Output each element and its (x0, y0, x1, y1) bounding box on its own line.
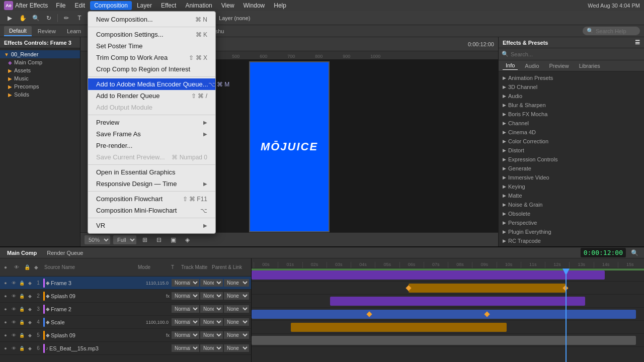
dd-sep-3 (88, 164, 215, 165)
dd-sep-2 (88, 115, 215, 115)
dd-vr[interactable]: VR ▶ (88, 220, 215, 231)
dd-crop-comp[interactable]: Crop Comp to Region of Interest (88, 63, 215, 75)
dd-comp-settings[interactable]: Composition Settings... ⌘ K (88, 29, 215, 40)
dd-sep-4 (88, 191, 215, 192)
dd-comp-flowchart[interactable]: Composition Flowchart ⇧ ⌘ F11 (88, 193, 215, 205)
dd-new-composition[interactable]: New Composition... ⌘ N (88, 14, 215, 25)
dd-pre-render[interactable]: Pre-render... (88, 140, 215, 151)
dd-trim-comp[interactable]: Trim Comp to Work Area ⇧ ⌘ X (88, 52, 215, 63)
dd-add-render-queue[interactable]: Add to Render Queue ⇧ ⌘ / (88, 90, 215, 102)
dd-preview[interactable]: Preview ▶ (88, 117, 215, 128)
dd-add-output-module: Add Output Module (88, 102, 215, 113)
dd-add-media-encoder[interactable]: Add to Adobe Media Encoder Queue... ⌥ ⌘ … (88, 78, 215, 90)
dd-sep-0 (88, 27, 215, 27)
dd-open-essential-graphics[interactable]: Open in Essential Graphics (88, 166, 215, 178)
dd-responsive-design[interactable]: Responsive Design — Time ▶ (88, 178, 215, 190)
composition-dropdown-menu: New Composition... ⌘ N Composition Setti… (88, 11, 216, 234)
dd-sep-5 (88, 218, 215, 218)
dd-save-current-preview: Save Current Preview... ⌘ Numpad 0 (88, 151, 215, 163)
dropdown-overlay[interactable]: New Composition... ⌘ N Composition Setti… (0, 0, 644, 362)
dd-sep-1 (88, 76, 215, 77)
dd-comp-mini-flowchart[interactable]: Composition Mini-Flowchart ⌥ (88, 205, 215, 216)
dd-save-frame-as[interactable]: Save Frame As ▶ (88, 128, 215, 140)
dd-set-poster-time[interactable]: Set Poster Time (88, 40, 215, 52)
